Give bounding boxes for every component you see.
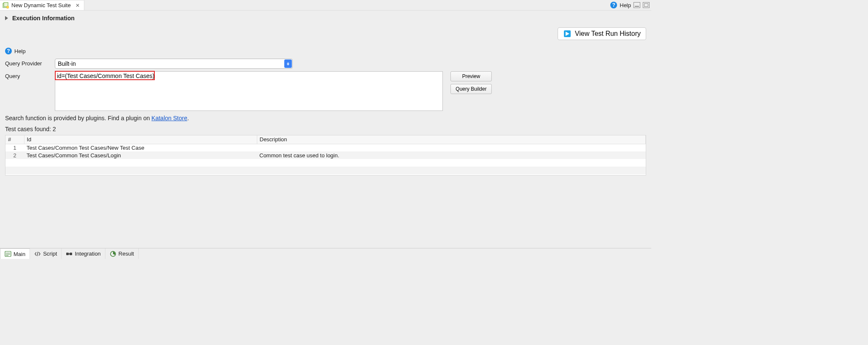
query-provider-select-wrap: Built-in <box>55 59 293 69</box>
tab-main[interactable]: Main <box>0 248 30 259</box>
integration-icon <box>66 251 73 257</box>
table-row <box>5 159 646 167</box>
history-icon <box>563 30 571 38</box>
minimize-icon[interactable] <box>633 2 640 8</box>
help-icon[interactable]: ? <box>610 2 617 8</box>
view-history-button[interactable]: View Test Run History <box>558 27 646 40</box>
bottom-tab-bar: Main Script Integration Re <box>0 248 651 259</box>
cell-num: 2 <box>5 151 24 159</box>
svg-line-8 <box>37 252 38 256</box>
body-panel: View Test Run History ? Help Query Provi… <box>0 24 651 176</box>
result-icon <box>110 251 116 257</box>
view-history-label: View Test Run History <box>575 30 641 38</box>
close-icon[interactable]: ✕ <box>75 3 80 8</box>
svg-rect-11 <box>68 253 70 254</box>
cell-id: Test Cases/Common Test Cases/Login <box>24 151 257 159</box>
main-icon <box>5 251 11 257</box>
table-row[interactable]: 2 Test Cases/Common Test Cases/Login Com… <box>5 151 646 159</box>
tab-script[interactable]: Script <box>30 248 62 259</box>
katalon-store-link[interactable]: Katalon Store <box>151 115 187 121</box>
hint-suffix: . <box>187 115 189 121</box>
tab-strip-right-controls: ? Help <box>610 0 650 10</box>
plugin-hint: Search function is provided by plugins. … <box>5 115 646 121</box>
help-icon: ? <box>5 48 12 54</box>
query-provider-row: Query Provider Built-in <box>5 59 646 69</box>
chevron-right-icon <box>5 16 8 20</box>
test-suite-icon <box>3 2 9 9</box>
editor-tab-strip: New Dynamic Test Suite ✕ ? Help <box>0 0 651 10</box>
table-row[interactable]: 1 Test Cases/Common Test Cases/New Test … <box>5 144 646 151</box>
query-row: Query Preview Query Builder <box>5 71 646 112</box>
query-provider-select[interactable]: Built-in <box>55 59 293 69</box>
query-side-buttons: Preview Query Builder <box>450 71 492 94</box>
svg-point-2 <box>6 6 9 8</box>
toolbar-help-label[interactable]: Help <box>620 2 631 8</box>
col-header-id[interactable]: Id <box>24 135 257 144</box>
tab-integration[interactable]: Integration <box>62 248 105 259</box>
editor-tab-title: New Dynamic Test Suite <box>11 2 71 8</box>
tab-result[interactable]: Result <box>105 248 139 259</box>
table-row <box>5 167 646 174</box>
cell-id: Test Cases/Common Test Cases/New Test Ca… <box>24 144 257 151</box>
col-header-num[interactable]: # <box>5 135 24 144</box>
cell-desc: Common test case used to login. <box>257 151 646 159</box>
query-builder-button[interactable]: Query Builder <box>450 84 492 94</box>
tab-main-label: Main <box>13 251 25 257</box>
execution-info-title: Execution Information <box>12 15 75 22</box>
found-count: 2 <box>53 126 56 132</box>
col-header-desc[interactable]: Description <box>257 135 646 144</box>
execution-info-section-header[interactable]: Execution Information <box>0 10 651 24</box>
tab-script-label: Script <box>43 251 57 257</box>
script-icon <box>34 251 41 257</box>
found-prefix: Test cases found: <box>5 126 53 132</box>
results-table: # Id Description 1 Test Cases/Common Tes… <box>5 135 646 174</box>
test-cases-found: Test cases found: 2 <box>5 126 646 132</box>
cell-num: 1 <box>5 144 24 151</box>
tab-integration-label: Integration <box>75 251 100 257</box>
table-header-row: # Id Description <box>5 135 646 144</box>
maximize-icon[interactable] <box>643 2 650 8</box>
inline-help[interactable]: ? Help <box>5 48 646 54</box>
results-table-wrap: # Id Description 1 Test Cases/Common Tes… <box>5 135 646 175</box>
hint-prefix: Search function is provided by plugins. … <box>5 115 151 121</box>
query-label: Query <box>5 71 49 79</box>
inline-help-label: Help <box>14 48 26 54</box>
query-provider-label: Query Provider <box>5 59 49 67</box>
preview-button[interactable]: Preview <box>450 71 492 81</box>
cell-desc <box>257 144 646 151</box>
query-textarea[interactable] <box>55 71 443 111</box>
editor-tab[interactable]: New Dynamic Test Suite ✕ <box>0 0 84 10</box>
tab-result-label: Result <box>119 251 134 257</box>
